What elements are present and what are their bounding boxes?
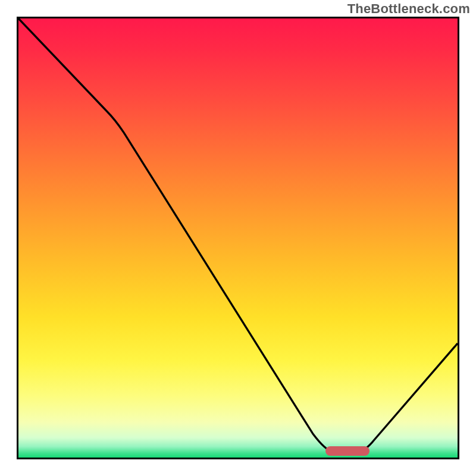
bottleneck-curve: [18, 18, 458, 458]
plot-area: [17, 17, 459, 459]
watermark-label: TheBottleneck.com: [347, 1, 470, 17]
bottleneck-chart: TheBottleneck.com: [0, 0, 476, 476]
optimum-range-marker: [325, 446, 369, 456]
